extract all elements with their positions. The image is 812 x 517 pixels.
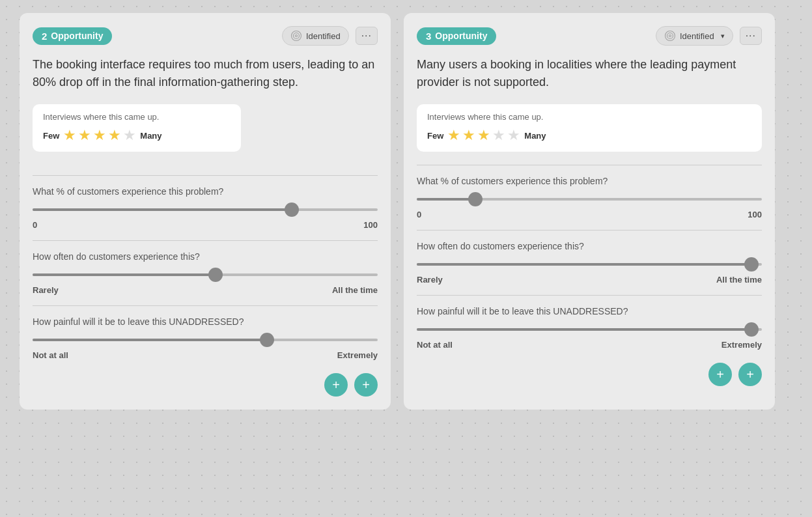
card1-slider2-track-wrapper[interactable] bbox=[33, 268, 378, 281]
card1-slider1-question: What % of customers experience this prob… bbox=[33, 186, 378, 197]
card1-slider3-max: Extremely bbox=[337, 350, 378, 360]
card1-slider1-fill bbox=[33, 208, 292, 211]
card2-slider1-min: 0 bbox=[417, 210, 421, 219]
card1-status-pill[interactable]: Identified bbox=[282, 26, 349, 46]
card1-header-right: Identified ··· bbox=[282, 26, 378, 46]
card2-star-row: Few ★ ★ ★ ★ ★ Many bbox=[427, 127, 751, 144]
card1-badge: 2 Opportunity bbox=[33, 27, 112, 45]
card2-divider-2 bbox=[417, 230, 762, 231]
card1-slider1-max: 100 bbox=[363, 220, 378, 230]
card2-slider2-question: How often do customers experience this? bbox=[417, 241, 762, 251]
card1-slider3-thumb[interactable] bbox=[260, 333, 274, 347]
fingerprint-icon bbox=[290, 30, 302, 42]
card2-slider3-labels: Not at all Extremely bbox=[417, 340, 762, 350]
card2-slider2-thumb[interactable] bbox=[744, 257, 759, 272]
card2-body-text: Many users a booking in localities where… bbox=[417, 56, 762, 91]
card2-header: 3 Opportunity Identified ▾ ··· bbox=[417, 26, 762, 46]
card1-slider2-labels: Rarely All the time bbox=[33, 285, 378, 295]
card2-slider3-fill bbox=[417, 328, 751, 331]
card2-slider1-question: What % of customers experience this prob… bbox=[417, 176, 762, 186]
card1-slider-2: How often do customers experience this? … bbox=[33, 251, 378, 295]
card2-many-label: Many bbox=[524, 131, 546, 141]
card2-stars: ★ ★ ★ ★ ★ bbox=[447, 127, 520, 144]
card1-star-1: ★ bbox=[63, 127, 76, 144]
card2-divider-3 bbox=[417, 295, 762, 296]
card2-add-button-2[interactable]: + bbox=[738, 363, 762, 386]
card2-slider2-min: Rarely bbox=[417, 275, 443, 285]
card1-interviews-label: Interviews where this came up. bbox=[43, 112, 231, 122]
card2-more-button[interactable]: ··· bbox=[740, 27, 762, 45]
card1-slider3-track-wrapper[interactable] bbox=[33, 333, 378, 346]
card1-star-5: ★ bbox=[123, 127, 136, 144]
card1-star-4: ★ bbox=[108, 127, 121, 144]
card2-slider1-fill bbox=[417, 198, 475, 201]
card2-slider3-max: Extremely bbox=[721, 340, 762, 350]
card1-slider2-track bbox=[33, 273, 378, 276]
card2-slider3-question: How painful will it be to leave this UNA… bbox=[417, 306, 762, 316]
card2-badge-num: 3 bbox=[426, 31, 431, 42]
card2-slider-3: How painful will it be to leave this UNA… bbox=[417, 306, 762, 350]
card1-slider3-question: How painful will it be to leave this UNA… bbox=[33, 316, 378, 327]
card1-slider-1: What % of customers experience this prob… bbox=[33, 186, 378, 230]
card1-badge-num: 2 bbox=[42, 31, 47, 42]
card2-slider1-max: 100 bbox=[748, 210, 762, 219]
card1-slider1-thumb[interactable] bbox=[285, 203, 299, 217]
card1-header: 2 Opportunity Identified ··· bbox=[33, 26, 378, 46]
opportunity-card-1: 2 Opportunity Identified ··· The booking… bbox=[20, 13, 391, 410]
chevron-down-icon: ▾ bbox=[721, 32, 725, 40]
card2-slider1-labels: 0 100 bbox=[417, 210, 762, 219]
card1-header-left: 2 Opportunity bbox=[33, 27, 112, 45]
card2-slider3-track-wrapper[interactable] bbox=[417, 323, 762, 336]
card2-slider2-labels: Rarely All the time bbox=[417, 275, 762, 285]
card2-fingerprint-icon bbox=[664, 30, 676, 42]
card2-star-1: ★ bbox=[447, 127, 460, 144]
card1-status-label: Identified bbox=[306, 31, 341, 41]
card2-slider3-thumb[interactable] bbox=[744, 322, 759, 337]
card1-divider-1 bbox=[33, 175, 378, 176]
card1-more-button[interactable]: ··· bbox=[356, 27, 378, 45]
card2-slider2-max: All the time bbox=[716, 275, 762, 285]
card2-slider1-track-wrapper[interactable] bbox=[417, 193, 762, 206]
card2-slider1-track bbox=[417, 198, 762, 201]
card2-interviews-box: Interviews where this came up. Few ★ ★ ★… bbox=[417, 104, 762, 152]
opportunity-card-2: 3 Opportunity Identified ▾ ··· Many user… bbox=[404, 13, 775, 410]
card1-slider2-max: All the time bbox=[332, 285, 378, 295]
card1-star-2: ★ bbox=[78, 127, 91, 144]
card2-add-button-1[interactable]: + bbox=[708, 363, 732, 386]
card1-badge-label: Opportunity bbox=[51, 31, 103, 41]
card2-star-5: ★ bbox=[507, 127, 520, 144]
card1-slider2-fill bbox=[33, 273, 216, 276]
card2-slider2-track-wrapper[interactable] bbox=[417, 258, 762, 271]
card1-slider3-track bbox=[33, 339, 378, 341]
card2-few-label: Few bbox=[427, 131, 443, 141]
card1-star-row: Few ★ ★ ★ ★ ★ Many bbox=[43, 127, 231, 144]
card2-interviews-label: Interviews where this came up. bbox=[427, 112, 751, 122]
card1-slider1-track-wrapper[interactable] bbox=[33, 203, 378, 216]
card2-slider3-min: Not at all bbox=[417, 340, 453, 350]
card1-slider2-min: Rarely bbox=[33, 285, 59, 295]
card1-slider3-fill bbox=[33, 339, 267, 341]
card1-slider2-question: How often do customers experience this? bbox=[33, 251, 378, 262]
card2-slider1-thumb[interactable] bbox=[468, 192, 483, 206]
card2-bottom-actions: + + bbox=[417, 363, 762, 386]
card1-body-text: The booking interface requires too much … bbox=[33, 56, 378, 91]
card1-add-button-2[interactable]: + bbox=[354, 373, 378, 397]
card1-slider1-track bbox=[33, 208, 378, 211]
card2-star-2: ★ bbox=[462, 127, 475, 144]
card1-slider2-thumb[interactable] bbox=[208, 268, 223, 282]
card2-status-pill[interactable]: Identified ▾ bbox=[656, 26, 733, 46]
card2-slider2-fill bbox=[417, 263, 751, 266]
card1-divider-2 bbox=[33, 240, 378, 241]
card1-stars: ★ ★ ★ ★ ★ bbox=[63, 127, 136, 144]
card1-slider3-min: Not at all bbox=[33, 350, 68, 360]
card1-many-label: Many bbox=[140, 131, 161, 141]
card2-slider3-track bbox=[417, 328, 762, 331]
card1-interviews-box: Interviews where this came up. Few ★ ★ ★… bbox=[33, 104, 241, 152]
card1-add-button-1[interactable]: + bbox=[324, 373, 348, 397]
card1-star-3: ★ bbox=[93, 127, 106, 144]
card2-slider-1: What % of customers experience this prob… bbox=[417, 176, 762, 219]
card2-badge-label: Opportunity bbox=[435, 31, 487, 41]
card1-bottom-actions: + + bbox=[33, 373, 378, 397]
card2-badge: 3 Opportunity bbox=[417, 27, 496, 45]
card2-header-right: Identified ▾ ··· bbox=[656, 26, 762, 46]
